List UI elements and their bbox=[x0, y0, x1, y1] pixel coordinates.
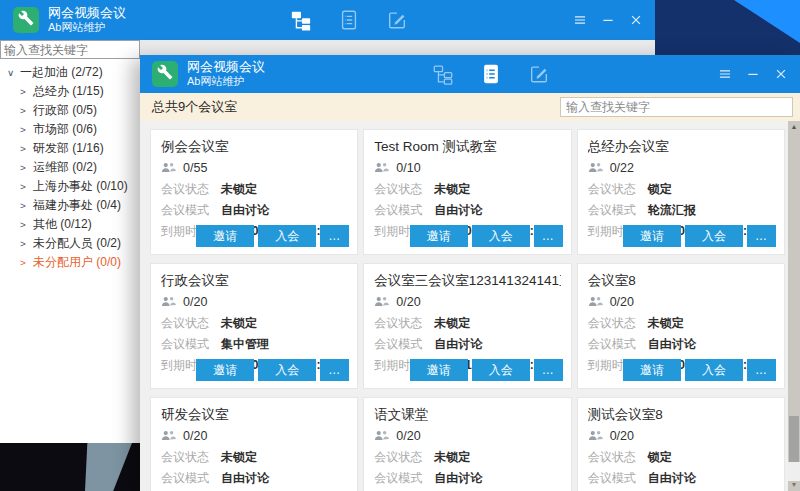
mode-value: 自由讨论 bbox=[648, 337, 696, 351]
more-button[interactable]: … bbox=[747, 359, 776, 381]
tree-item[interactable]: > 其他 (0/12) bbox=[0, 215, 140, 234]
menu-icon[interactable] bbox=[716, 65, 734, 83]
more-button[interactable]: … bbox=[747, 225, 776, 247]
member-count-value: 0/20 bbox=[183, 295, 207, 309]
minimize-icon[interactable] bbox=[599, 11, 617, 29]
tree-item-label: 上海办事处 (0/10) bbox=[33, 178, 128, 195]
chevron-icon[interactable]: > bbox=[20, 106, 33, 116]
status-label: 会议状态 bbox=[161, 316, 221, 330]
room-member-count: 0/10 bbox=[374, 160, 560, 175]
more-button[interactable]: … bbox=[320, 225, 349, 247]
org-chart-icon[interactable] bbox=[431, 62, 455, 86]
room-card: 语文课堂 0/20 会议状态未锁定 会议模式自由讨论 到期时间2022-01-2… bbox=[363, 397, 571, 491]
edit-icon[interactable] bbox=[527, 62, 551, 86]
chevron-icon[interactable]: > bbox=[20, 201, 33, 211]
scrollbar-track-lower[interactable] bbox=[788, 462, 800, 481]
chevron-icon[interactable]: > bbox=[20, 144, 33, 154]
list-icon[interactable] bbox=[337, 8, 361, 32]
tree-item[interactable]: > 福建办事处 (0/4) bbox=[0, 196, 140, 215]
member-count-value: 0/10 bbox=[396, 161, 420, 175]
tree-item-label: 未分配用户 (0/0) bbox=[33, 254, 121, 271]
room-card: 例会会议室 0/55 会议状态未锁定 会议模式自由讨论 到期时间2028-01-… bbox=[150, 129, 358, 255]
foreground-window: 网会视频会议 Ab网站维护 总共9个会议室 bbox=[140, 55, 800, 491]
scroll-up-icon[interactable]: ▲ bbox=[788, 122, 800, 132]
mode-value: 自由讨论 bbox=[221, 203, 269, 217]
window-titles: 网会视频会议 Ab网站维护 bbox=[48, 6, 126, 34]
room-search-input[interactable] bbox=[560, 97, 793, 117]
room-member-count: 0/22 bbox=[588, 160, 774, 175]
invite-button[interactable]: 邀请 bbox=[623, 359, 681, 381]
menu-icon[interactable] bbox=[571, 11, 589, 29]
room-grid: 例会会议室 0/55 会议状态未锁定 会议模式自由讨论 到期时间2028-01-… bbox=[140, 121, 788, 491]
tree-item[interactable]: > 行政部 (0/5) bbox=[0, 101, 140, 120]
chevron-icon[interactable]: > bbox=[20, 163, 33, 173]
more-button[interactable]: … bbox=[534, 359, 563, 381]
chevron-icon[interactable]: ∨ bbox=[7, 68, 20, 78]
vertical-scrollbar[interactable]: ▲ ▼ bbox=[788, 121, 800, 491]
scroll-down-icon[interactable]: ▼ bbox=[788, 480, 800, 490]
chevron-icon[interactable]: > bbox=[20, 182, 33, 192]
tree-item[interactable]: ∨ 一起加油 (2/72) bbox=[0, 63, 140, 82]
foreground-titlebar: 网会视频会议 Ab网站维护 bbox=[140, 55, 800, 93]
room-name: Test Room 测试教室 bbox=[374, 138, 560, 155]
window-subtitle: Ab网站维护 bbox=[187, 75, 265, 88]
tree-item-label: 总经办 (1/15) bbox=[33, 83, 104, 100]
wrench-icon bbox=[18, 10, 34, 30]
status-label: 会议状态 bbox=[588, 450, 648, 464]
room-member-count: 0/20 bbox=[161, 294, 347, 309]
status-value: 未锁定 bbox=[648, 316, 684, 330]
room-card: 测试会议室8 0/20 会议状态锁定 会议模式自由讨论 到期时间2021-06-… bbox=[577, 397, 785, 491]
list-icon-active[interactable] bbox=[479, 62, 503, 86]
mode-label: 会议模式 bbox=[161, 203, 221, 217]
tree-item-label: 一起加油 (2/72) bbox=[20, 64, 103, 81]
room-card: 研发会议室 0/20 会议状态未锁定 会议模式自由讨论 到期时间2022-01-… bbox=[150, 397, 358, 491]
sidebar-search-input[interactable] bbox=[0, 40, 140, 59]
member-count-value: 0/20 bbox=[610, 429, 634, 443]
scrollbar-thumb[interactable] bbox=[789, 416, 799, 462]
tree-item[interactable]: > 未分配人员 (0/2) bbox=[0, 234, 140, 253]
join-button[interactable]: 入会 bbox=[685, 225, 743, 247]
chevron-icon[interactable]: > bbox=[20, 87, 33, 97]
invite-button[interactable]: 邀请 bbox=[623, 225, 681, 247]
people-icon bbox=[374, 296, 389, 307]
room-member-count: 0/20 bbox=[588, 294, 774, 309]
join-button[interactable]: 入会 bbox=[685, 359, 743, 381]
invite-button[interactable]: 邀请 bbox=[196, 225, 254, 247]
status-value: 未锁定 bbox=[221, 182, 257, 196]
invite-button[interactable]: 邀请 bbox=[410, 359, 468, 381]
close-icon[interactable] bbox=[772, 65, 790, 83]
join-button[interactable]: 入会 bbox=[472, 225, 530, 247]
org-tree: ∨ 一起加油 (2/72) > 总经办 (1/15) > 行政部 (0/5) >… bbox=[0, 59, 140, 272]
minimize-icon[interactable] bbox=[744, 65, 762, 83]
tree-item[interactable]: > 上海办事处 (0/10) bbox=[0, 177, 140, 196]
room-name: 会议室三会议室123141324141三会... bbox=[374, 272, 560, 289]
mode-value: 自由讨论 bbox=[434, 203, 482, 217]
invite-button[interactable]: 邀请 bbox=[196, 359, 254, 381]
join-button[interactable]: 入会 bbox=[258, 359, 316, 381]
tree-item[interactable]: > 未分配用户 (0/0) bbox=[0, 253, 140, 272]
room-member-count: 0/20 bbox=[374, 428, 560, 443]
room-member-count: 0/20 bbox=[374, 294, 560, 309]
org-chart-icon[interactable] bbox=[289, 8, 313, 32]
card-buttons: 邀请 入会 … bbox=[410, 359, 563, 381]
join-button[interactable]: 入会 bbox=[472, 359, 530, 381]
close-icon[interactable] bbox=[627, 11, 645, 29]
mode-label: 会议模式 bbox=[374, 203, 434, 217]
join-button[interactable]: 入会 bbox=[258, 225, 316, 247]
chevron-icon[interactable]: > bbox=[20, 125, 33, 135]
tree-item[interactable]: > 研发部 (1/16) bbox=[0, 139, 140, 158]
room-card: 会议室8 0/20 会议状态未锁定 会议模式自由讨论 到期时间2022-01-2… bbox=[577, 263, 785, 389]
edit-icon[interactable] bbox=[385, 8, 409, 32]
wrench-icon bbox=[157, 64, 173, 84]
member-count-value: 0/22 bbox=[610, 161, 634, 175]
chevron-icon[interactable]: > bbox=[20, 239, 33, 249]
invite-button[interactable]: 邀请 bbox=[410, 225, 468, 247]
chevron-icon[interactable]: > bbox=[20, 220, 33, 230]
tree-item[interactable]: > 市场部 (0/6) bbox=[0, 120, 140, 139]
more-button[interactable]: … bbox=[320, 359, 349, 381]
tree-item[interactable]: > 运维部 (0/2) bbox=[0, 158, 140, 177]
more-button[interactable]: … bbox=[534, 225, 563, 247]
tree-item[interactable]: > 总经办 (1/15) bbox=[0, 82, 140, 101]
card-buttons: 邀请 入会 … bbox=[410, 225, 563, 247]
chevron-icon[interactable]: > bbox=[20, 258, 33, 268]
